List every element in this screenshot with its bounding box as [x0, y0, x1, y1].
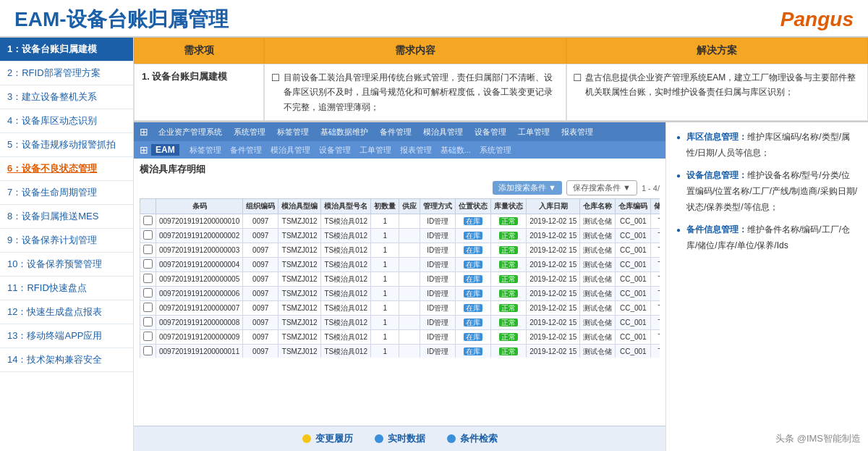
table-cell: 2019-12-02 15 — [527, 229, 580, 243]
search-add-btn[interactable]: 添加搜索条件 ▼ — [493, 181, 562, 195]
table-header: 模治具型号名 — [321, 199, 371, 214]
table-cell[interactable] — [140, 301, 156, 316]
nav2-mold[interactable]: 模治具管理 — [266, 145, 315, 156]
nav2-base[interactable]: 基础数... — [436, 145, 475, 156]
col-header-solution: 解决方案 — [566, 38, 869, 64]
row-checkbox[interactable] — [143, 303, 153, 312]
table-cell: TS模治具012 — [321, 214, 371, 229]
panel-item-title: 库区信息管理： — [686, 132, 747, 142]
table-cell: 1 — [371, 287, 399, 301]
status-badge: 在库 — [464, 217, 482, 225]
row-checkbox[interactable] — [143, 317, 153, 326]
table-cell: TS模治具012 — [321, 316, 371, 330]
sidebar-item-9[interactable]: 9：设备保养计划管理 — [0, 229, 133, 253]
table-cell: 2019-12-02 15 — [527, 345, 580, 358]
sidebar-item-1[interactable]: 1：设备台账归属建模 — [0, 38, 133, 62]
table-cell[interactable] — [140, 316, 156, 330]
eam-content: 横治具库存明细 添加搜索条件 ▼ 保存搜索条件 ▼ 1 - 4/ 条码组织编码模… — [134, 159, 665, 426]
status-badge: 在库 — [464, 347, 482, 355]
table-cell: 2019-12-02 15 — [527, 258, 580, 272]
sidebar-item-2[interactable]: 2：RFID部署管理方案 — [0, 62, 133, 85]
table-header: 库量状态 — [491, 199, 527, 214]
table-cell[interactable] — [140, 229, 156, 243]
sidebar-item-11[interactable]: 11：RFID快速盘点 — [0, 277, 133, 300]
row-checkbox[interactable] — [143, 274, 153, 283]
req-content-cell: □ 目前设备工装治具管理采用传统台账式管理，责任归属部门不清晰、设备库区识别不及… — [264, 64, 566, 121]
nav2-label[interactable]: 标签管理 — [185, 145, 226, 156]
table-cell: 测试仓储 — [580, 330, 616, 345]
realtime-data-btn[interactable]: 实时数据 — [375, 432, 425, 445]
table-cell: 2019-12-02 15 — [527, 316, 580, 330]
watermark: 头条 @IMS智能制造 — [775, 432, 861, 445]
dot-blue-icon2 — [447, 434, 456, 443]
table-cell — [399, 345, 420, 358]
table-cell[interactable] — [140, 258, 156, 272]
table-cell[interactable] — [140, 330, 156, 345]
table-cell[interactable] — [140, 243, 156, 258]
table-cell: 00972019191200000002 — [156, 229, 243, 243]
table-cell: TS001 — [651, 229, 660, 243]
nav-item-mold[interactable]: 模治具管理 — [417, 127, 469, 138]
sidebar-item-4[interactable]: 4：设备库区动态识别 — [0, 109, 133, 133]
nav-item-workorder[interactable]: 工单管理 — [512, 127, 556, 138]
table-cell[interactable] — [140, 345, 156, 358]
table-cell[interactable] — [140, 214, 156, 229]
nav2-report[interactable]: 报表管理 — [396, 145, 436, 156]
sidebar-item-14[interactable]: 14：技术架构兼容安全 — [0, 348, 133, 372]
nav2-spare[interactable]: 备件管理 — [226, 145, 266, 156]
table-row: 009720191912000000100097TSMZJ012TS模治具012… — [140, 214, 660, 229]
table-cell: 在库 — [456, 330, 491, 345]
row-checkbox[interactable] — [143, 288, 153, 298]
status-badge: 正常 — [499, 319, 518, 326]
table-cell — [399, 272, 420, 287]
nav2-device[interactable]: 设备管理 — [315, 145, 355, 156]
status-badge: 正常 — [499, 290, 518, 298]
row-checkbox[interactable] — [143, 230, 153, 240]
table-cell: 正常 — [491, 243, 527, 258]
sidebar-item-6[interactable]: 6：设备不良状态管理 — [0, 157, 133, 181]
nav-item-spare[interactable]: 备件管理 — [374, 127, 417, 138]
eam-page-title: 横治具库存明细 — [140, 163, 660, 176]
table-cell: 在库 — [456, 301, 491, 316]
sidebar-item-8[interactable]: 8：设备归属推送MES — [0, 205, 133, 229]
table-cell[interactable] — [140, 272, 156, 287]
nav-item-label[interactable]: 标签管理 — [271, 127, 315, 138]
row-checkbox[interactable] — [143, 245, 153, 254]
table-cell: 正常 — [491, 316, 527, 330]
nav-item-main[interactable]: 企业资产管理系统 — [153, 127, 228, 138]
table-cell: TS模治具012 — [321, 330, 371, 345]
sidebar-item-12[interactable]: 12：快速生成盘点报表 — [0, 300, 133, 324]
table-cell[interactable] — [140, 287, 156, 301]
right-panel-item: 备件信息管理：维护备件名称/编码/工厂/仓库/储位/库存/单位/保养/Ids — [676, 222, 858, 253]
nav2-sys[interactable]: 系统管理 — [475, 145, 516, 156]
table-cell: TS模治具012 — [321, 243, 371, 258]
nav2-work[interactable]: 工单管理 — [355, 145, 396, 156]
table-cell: 0097 — [243, 316, 278, 330]
table-container: 条码组织编码模治具型编模治具型号名初数量供应管理方式位置状态库量状态入库日期仓库… — [140, 198, 660, 358]
sidebar-item-13[interactable]: 13：移动终端APP应用 — [0, 324, 133, 348]
row-checkbox[interactable] — [143, 259, 153, 269]
table-cell: 在库 — [456, 272, 491, 287]
nav-item-sys[interactable]: 系统管理 — [228, 127, 271, 138]
realtime-data-label: 实时数据 — [388, 432, 425, 445]
sidebar-item-3[interactable]: 3：建立设备整机关系 — [0, 85, 133, 109]
row-checkbox[interactable] — [143, 346, 153, 355]
table-cell: TS模治具012 — [321, 345, 371, 358]
save-search-btn[interactable]: 保存搜索条件 ▼ — [566, 180, 637, 195]
table-cell: 0097 — [243, 345, 278, 358]
sidebar-item-5[interactable]: 5：设备违规移动报警抓拍 — [0, 133, 133, 157]
sidebar-item-10[interactable]: 10：设备保养预警管理 — [0, 253, 133, 277]
sidebar-item-7[interactable]: 7：设备生命周期管理 — [0, 181, 133, 205]
table-cell: TSMZJ012 — [278, 214, 321, 229]
table-row: 009720191912000000060097TSMZJ012TS模治具012… — [140, 287, 660, 301]
nav-item-device[interactable]: 设备管理 — [469, 127, 512, 138]
nav-item-base[interactable]: 基础数据维护 — [315, 127, 374, 138]
nav-item-report[interactable]: 报表管理 — [556, 127, 599, 138]
condition-search-btn[interactable]: 条件检索 — [447, 432, 498, 445]
brand-logo: Pangus — [780, 8, 854, 31]
status-badge: 在库 — [464, 232, 482, 240]
row-checkbox[interactable] — [143, 216, 153, 225]
change-history-btn[interactable]: 变更履历 — [302, 432, 353, 445]
row-checkbox[interactable] — [143, 332, 153, 341]
table-cell: 测试仓储 — [580, 214, 616, 229]
